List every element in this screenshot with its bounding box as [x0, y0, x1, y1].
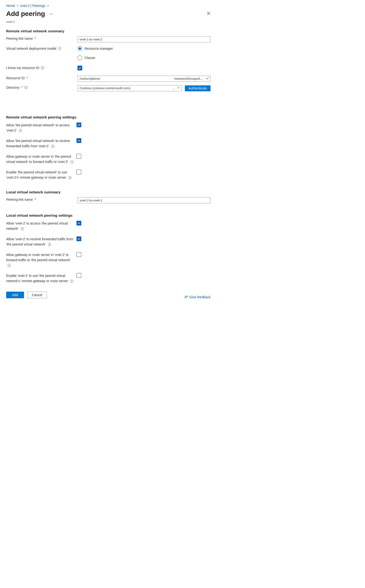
svg-rect-29: [49, 244, 50, 245]
svg-point-22: [70, 177, 70, 177]
info-icon[interactable]: [68, 176, 72, 179]
check-icon: [206, 76, 209, 81]
remote-use-remote-gateway-checkbox[interactable]: [77, 170, 81, 174]
breadcrumb-vnet-peerings[interactable]: vnet-2 | Peerings: [20, 3, 45, 8]
local-allow-forwarded-checkbox[interactable]: [77, 237, 81, 241]
page-title: Add peering: [6, 9, 45, 19]
info-icon[interactable]: [70, 160, 74, 164]
know-resource-id-label: I know my resource ID: [6, 65, 39, 70]
more-actions-button[interactable]: [48, 11, 54, 17]
authenticate-button[interactable]: Authenticate: [185, 85, 211, 91]
local-use-remote-gateway-checkbox[interactable]: [77, 273, 81, 278]
deployment-model-label: Virtual network deployment model: [6, 46, 56, 51]
info-icon[interactable]: [19, 129, 22, 132]
svg-point-7: [42, 67, 43, 67]
breadcrumb: Home vnet-2 | Peerings: [6, 3, 211, 8]
remote-peering-link-name-input[interactable]: [77, 36, 211, 42]
give-feedback-link[interactable]: Give feedback: [184, 295, 211, 300]
svg-rect-17: [53, 146, 53, 147]
ellipsis-icon: ...: [173, 86, 175, 91]
radio-classic-label: Classic: [84, 55, 95, 60]
svg-rect-5: [59, 48, 60, 49]
svg-rect-11: [26, 87, 26, 88]
remote-allow-forwarded-label: Allow 'the peered virtual network' to re…: [6, 139, 70, 148]
svg-rect-20: [72, 162, 72, 163]
svg-rect-26: [22, 229, 22, 229]
local-allow-gateway-checkbox[interactable]: [77, 252, 81, 257]
svg-point-10: [26, 86, 26, 87]
svg-point-2: [52, 14, 53, 14]
local-allow-access-checkbox[interactable]: [77, 221, 81, 225]
svg-rect-8: [42, 68, 43, 69]
svg-point-25: [22, 228, 23, 228]
svg-point-13: [20, 130, 21, 130]
close-button[interactable]: [207, 11, 211, 15]
required-indicator: *: [21, 85, 23, 90]
info-icon[interactable]: [48, 243, 51, 246]
chevron-down-icon: [177, 86, 180, 91]
section-remote-summary-title: Remote virtual network summary: [6, 29, 211, 34]
remote-allow-gateway-checkbox[interactable]: [77, 154, 81, 159]
page-subtitle: vnet-2: [6, 20, 211, 24]
svg-point-34: [71, 280, 72, 281]
breadcrumb-home[interactable]: Home: [6, 3, 15, 8]
svg-point-1: [51, 14, 51, 14]
radio-classic[interactable]: Classic: [77, 55, 211, 60]
give-feedback-label: Give feedback: [190, 295, 211, 300]
feedback-icon: [184, 295, 188, 299]
info-icon[interactable]: [70, 279, 74, 283]
remote-use-remote-gateway-label: Enable 'the peered virtual network' to u…: [6, 170, 67, 179]
cancel-button[interactable]: Cancel: [27, 292, 47, 298]
required-indicator: *: [27, 76, 28, 80]
add-button[interactable]: Add: [6, 292, 24, 298]
svg-point-28: [49, 244, 50, 244]
svg-point-31: [9, 265, 9, 265]
know-resource-id-checkbox[interactable]: [77, 66, 82, 70]
radio-resource-manager[interactable]: Resource manager: [77, 46, 211, 51]
info-icon[interactable]: [41, 66, 44, 70]
info-icon[interactable]: [24, 86, 28, 89]
directory-select-value: Contoso (contoso.onmicrosoft.com): [80, 86, 171, 91]
info-icon[interactable]: [7, 264, 11, 267]
local-peering-link-name-input[interactable]: [77, 197, 211, 203]
svg-rect-32: [9, 265, 9, 266]
remote-allow-access-label: Allow 'the peered virtual network' to ac…: [6, 123, 70, 132]
directory-label: Directory: [6, 85, 20, 90]
svg-point-36: [185, 296, 186, 297]
resource-id-prefix: /subscriptions/: [80, 76, 100, 81]
svg-point-0: [50, 14, 50, 14]
svg-point-16: [53, 145, 53, 146]
resource-id-suffix: /resourceGroups/t…: [174, 76, 203, 81]
chevron-right-icon: [47, 5, 49, 7]
svg-rect-14: [20, 130, 21, 131]
svg-point-4: [59, 48, 60, 48]
local-allow-access-label: Allow 'vnet-2' to access 'the peered vir…: [6, 222, 68, 230]
directory-select[interactable]: Contoso (contoso.onmicrosoft.com) ...: [77, 85, 182, 91]
local-peering-link-name-label: Peering link name: [6, 197, 33, 202]
section-remote-settings-title: Remote virtual network peering settings: [6, 115, 211, 120]
section-local-summary-title: Local virtual network summary: [6, 190, 211, 195]
remote-peering-link-name-label: Peering link name: [6, 36, 33, 41]
local-use-remote-gateway-label: Enable 'vnet-2' to use 'the peered virtu…: [6, 274, 68, 283]
resource-id-label: Resource ID: [6, 76, 25, 80]
svg-rect-35: [71, 281, 72, 282]
remote-allow-access-checkbox[interactable]: [77, 122, 81, 127]
info-icon[interactable]: [58, 47, 62, 50]
svg-rect-23: [70, 178, 70, 178]
remote-allow-forwarded-checkbox[interactable]: [77, 138, 81, 143]
remote-allow-gateway-label: Allow gateway or route server in 'the pe…: [6, 155, 71, 164]
resource-id-input[interactable]: /subscriptions/ /resourceGroups/t…: [77, 76, 211, 82]
required-indicator: *: [35, 36, 36, 41]
local-allow-forwarded-label: Allow 'vnet-2' to receive forwarded traf…: [6, 237, 73, 246]
radio-resource-manager-label: Resource manager: [84, 46, 113, 51]
section-local-settings-title: Local virtual network peering settings: [6, 213, 211, 218]
chevron-right-icon: [16, 5, 19, 7]
required-indicator: *: [35, 197, 36, 202]
local-allow-gateway-label: Allow gateway or route server in 'vnet-2…: [6, 253, 70, 262]
svg-point-19: [72, 161, 72, 162]
info-icon[interactable]: [51, 144, 55, 148]
info-icon[interactable]: [21, 227, 24, 231]
